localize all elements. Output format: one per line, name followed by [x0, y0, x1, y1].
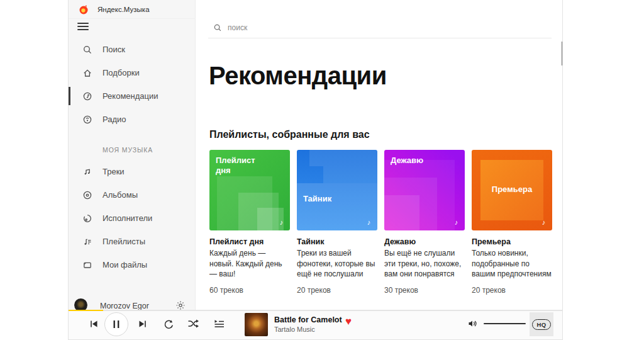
playlist-card-daily[interactable]: Плейлист дня ♪ Плейлист дня Каждый день …	[209, 150, 290, 295]
menu-toggle-button[interactable]	[77, 23, 89, 31]
sidebar-item-radio[interactable]: Радио	[69, 108, 196, 131]
track-progress-bar[interactable]	[69, 310, 562, 311]
pause-button[interactable]	[104, 312, 128, 336]
titlebar: Яндекс.Музыка	[69, 0, 196, 19]
card-description: Каждый день — новый. Каждый день — ваш!	[209, 248, 290, 280]
playlist-cover[interactable]: Премьера ♪	[472, 150, 552, 230]
card-description: Треки из вашей фонотеки, которые вы ещё …	[297, 248, 377, 280]
sidebar-item-collections[interactable]: Подборки	[69, 61, 196, 84]
playlist-cards: Плейлист дня ♪ Плейлист дня Каждый день …	[209, 150, 552, 295]
sidebar-item-search[interactable]: Поиск	[69, 38, 196, 61]
search-input[interactable]	[228, 23, 504, 32]
scrollbar-thumb[interactable]	[562, 42, 563, 65]
sidebar: Яндекс.Музыка Поиск Подборки Рекомендаци…	[69, 0, 196, 310]
user-name: Morozov Egor	[100, 302, 149, 310]
yandex-music-logo-icon	[79, 4, 89, 15]
volume-icon[interactable]	[467, 318, 479, 329]
playlist-card-dejavu[interactable]: Дежавю ♪ Дежавю Вы ещё не слушали эти тр…	[384, 150, 465, 295]
page-title: Рекомендации	[209, 62, 387, 90]
track-progress-fill	[69, 310, 103, 311]
playlist-card-premiere[interactable]: Премьера ♪ Премьера Только новинки, подо…	[472, 150, 552, 295]
card-description: Только новинки, подобранные по вашим пре…	[472, 248, 552, 280]
play-queue-button[interactable]	[214, 319, 225, 329]
sidebar-item-playlists[interactable]: Плейлисты	[69, 230, 196, 253]
sidebar-nav: Поиск Подборки Рекомендации Радио МОЯ МУ…	[69, 38, 196, 276]
queue-icon	[214, 319, 225, 329]
my-music-section-label: МОЯ МУЗЫКА	[103, 146, 196, 154]
sidebar-item-recommendations[interactable]: Рекомендации	[69, 84, 196, 108]
volume-slider[interactable]	[484, 323, 526, 324]
sidebar-item-albums[interactable]: Альбомы	[69, 183, 196, 207]
hq-label: HQ	[532, 319, 550, 330]
shuffle-button[interactable]	[187, 318, 199, 329]
card-track-count: 20 треков	[472, 286, 552, 295]
previous-track-button[interactable]	[89, 319, 99, 329]
card-title[interactable]: Премьера	[472, 237, 552, 246]
note-circle-icon	[82, 91, 92, 101]
app-window: – × Яндекс.Музыка Поиск Подборки	[68, 0, 563, 340]
artists-icon	[82, 213, 92, 224]
section-title: Плейлисты, собранные для вас	[209, 129, 370, 140]
card-track-count: 30 треков	[384, 286, 465, 295]
search-icon	[82, 45, 92, 55]
track-title[interactable]: Battle for Camelot	[274, 315, 342, 324]
pause-icon	[113, 320, 120, 329]
app-title: Яндекс.Музыка	[97, 6, 150, 13]
yandex-music-note-icon: ♪	[452, 218, 460, 227]
card-title[interactable]: Дежавю	[384, 237, 465, 246]
like-heart-icon[interactable]: ♥	[345, 316, 352, 327]
player-bar: Battle for Camelot Tartalo Music ♥ HQ	[69, 310, 562, 339]
tracks-icon	[82, 167, 92, 177]
card-description: Вы ещё не слушали эти треки, но, похоже,…	[384, 248, 465, 280]
repeat-button[interactable]	[163, 318, 174, 329]
card-title[interactable]: Тайник	[297, 237, 377, 246]
albums-icon	[82, 190, 92, 200]
files-icon	[82, 260, 92, 270]
sidebar-item-my-files[interactable]: Мои файлы	[69, 253, 196, 276]
yandex-music-note-icon: ♪	[365, 218, 373, 227]
card-track-count: 20 треков	[297, 286, 377, 295]
main-content: Рекомендации Плейлисты, собранные для ва…	[196, 0, 563, 310]
playlist-card-secret-stash[interactable]: Тайник ♪ Тайник Треки из вашей фонотеки,…	[297, 150, 377, 295]
home-icon	[82, 68, 92, 78]
search-icon	[213, 23, 222, 32]
radio-icon	[82, 115, 92, 125]
playlists-icon	[82, 237, 92, 247]
hq-quality-button[interactable]: HQ	[530, 312, 553, 336]
sidebar-item-artists[interactable]: Исполнители	[69, 207, 196, 230]
yandex-music-note-icon: ♪	[277, 218, 286, 227]
next-track-button[interactable]	[138, 319, 147, 329]
search-bar	[208, 18, 552, 38]
card-title[interactable]: Плейлист дня	[209, 237, 290, 246]
album-art[interactable]	[245, 313, 268, 336]
track-artist[interactable]: Tartalo Music	[274, 326, 315, 333]
sidebar-item-tracks[interactable]: Треки	[69, 160, 196, 183]
yandex-music-note-icon: ♪	[540, 218, 548, 227]
card-track-count: 60 треков	[209, 286, 290, 295]
playlist-cover[interactable]: Плейлист дня ♪	[209, 150, 290, 230]
playlist-cover[interactable]: Дежавю ♪	[384, 150, 465, 230]
playlist-cover[interactable]: Тайник ♪	[297, 150, 377, 230]
settings-gear-icon[interactable]	[175, 300, 186, 310]
